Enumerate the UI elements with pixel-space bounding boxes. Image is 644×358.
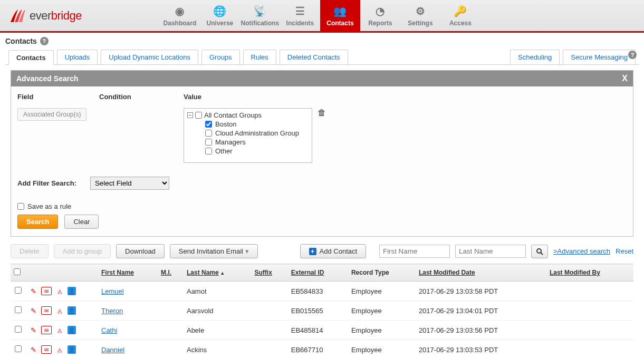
tab-groups[interactable]: Groups <box>201 50 240 64</box>
download-button[interactable]: Download <box>116 244 165 258</box>
help-icon[interactable]: ? <box>40 37 49 45</box>
col-last-modified-by[interactable]: Last Modified By <box>546 264 633 282</box>
table-row: ✎✉◬👤LemuelAamotEB584833Employee2017-06-2… <box>11 282 633 301</box>
row-checkbox[interactable] <box>15 326 22 333</box>
tab-upload-dynamic-locations[interactable]: Upload Dynamic Locations <box>101 50 198 64</box>
modified-date-cell: 2017-06-29 13:03:58 PDT <box>416 282 546 301</box>
broadcast-icon[interactable]: ◬ <box>55 287 64 295</box>
tab-rules[interactable]: Rules <box>243 50 276 64</box>
tab-contacts[interactable]: Contacts <box>8 50 54 65</box>
close-icon[interactable]: X <box>622 74 628 83</box>
tree-item-checkbox[interactable] <box>205 130 212 137</box>
add-contact-button[interactable]: + Add Contact <box>300 244 367 258</box>
profile-icon[interactable]: 👤 <box>68 326 76 334</box>
broadcast-icon[interactable]: ◬ <box>55 345 64 354</box>
row-checkbox[interactable] <box>15 345 22 352</box>
nav-dashboard[interactable]: ◉Dashboard <box>160 0 200 32</box>
tree-item-label: Managers <box>215 138 246 146</box>
tree-root[interactable]: − All Contact Groups <box>187 111 309 120</box>
field-pill-associated-groups[interactable]: Associated Group(s) <box>17 108 86 121</box>
notify-icon[interactable]: ✉ <box>41 345 52 354</box>
edit-icon[interactable]: ✎ <box>28 287 38 295</box>
record-type-cell: Employee <box>348 321 416 340</box>
search-icon-button[interactable] <box>531 245 548 258</box>
edit-icon[interactable]: ✎ <box>28 306 38 315</box>
tree-item-label: Cloud Administration Group <box>215 129 299 137</box>
notify-icon[interactable]: ✉ <box>41 306 52 315</box>
reset-link[interactable]: Reset <box>616 247 633 255</box>
sub-tabs: ContactsUploadsUpload Dynamic LocationsG… <box>5 50 639 65</box>
tree-root-label: All Contact Groups <box>204 111 262 119</box>
tab-deleted-contacts[interactable]: Deleted Contacts <box>280 50 348 64</box>
notify-icon[interactable]: ✉ <box>41 326 52 334</box>
logo[interactable]: everbridge <box>0 8 91 23</box>
add-to-group-button[interactable]: Add to group <box>54 244 111 258</box>
first-name-link[interactable]: Lemuel <box>101 287 124 295</box>
page-help-icon[interactable]: ? <box>628 51 637 59</box>
tree-root-checkbox[interactable] <box>195 112 202 119</box>
col-external-id[interactable]: External ID <box>288 264 348 282</box>
broadcast-icon[interactable]: ◬ <box>55 326 64 334</box>
contacts-icon: 👥 <box>333 5 347 17</box>
row-checkbox[interactable] <box>15 306 22 313</box>
last-name-cell: Aamot <box>184 282 252 301</box>
tree-item-label: Boston <box>215 120 236 128</box>
select-all-checkbox[interactable] <box>14 268 21 275</box>
tree-item[interactable]: Boston <box>187 120 309 129</box>
send-invitation-button[interactable]: Send Invitation Email <box>170 244 258 258</box>
clear-button[interactable]: Clear <box>64 215 99 229</box>
nav-notifications[interactable]: 📡Notifications <box>240 0 280 32</box>
magnifier-icon <box>536 248 543 255</box>
tree-collapse-icon[interactable]: − <box>187 112 193 118</box>
profile-icon[interactable]: 👤 <box>68 287 76 295</box>
save-as-rule-checkbox[interactable] <box>17 203 24 210</box>
advanced-search-link[interactable]: >Advanced search <box>553 247 610 255</box>
tree-item-checkbox[interactable] <box>205 139 212 146</box>
profile-icon[interactable]: 👤 <box>68 345 76 354</box>
profile-icon[interactable]: 👤 <box>68 306 76 315</box>
nav-settings[interactable]: ⚙Settings <box>400 0 440 32</box>
delete-button[interactable]: Delete <box>11 244 49 258</box>
edit-icon[interactable]: ✎ <box>28 326 38 334</box>
nav-universe[interactable]: 🌐Universe <box>200 0 240 32</box>
universe-icon: 🌐 <box>213 5 226 17</box>
svg-point-0 <box>537 249 541 253</box>
notify-icon[interactable]: ✉ <box>41 287 52 295</box>
tree-item-checkbox[interactable] <box>205 121 212 128</box>
record-type-cell: Employee <box>348 282 416 301</box>
search-button[interactable]: Search <box>17 215 58 229</box>
tab-uploads[interactable]: Uploads <box>57 50 98 64</box>
delete-filter-icon[interactable]: 🗑 <box>318 108 326 118</box>
first-name-link[interactable]: Danniel <box>101 346 124 354</box>
dashboard-icon: ◉ <box>175 5 184 17</box>
row-checkbox[interactable] <box>15 287 22 294</box>
tree-item[interactable]: Managers <box>187 138 309 147</box>
tab-scheduling[interactable]: Scheduling <box>510 50 560 64</box>
add-filter-select[interactable]: Select Field <box>90 177 169 190</box>
edit-icon[interactable]: ✎ <box>28 345 38 354</box>
tree-item[interactable]: Cloud Administration Group <box>187 129 309 138</box>
col-last-modified-date[interactable]: Last Modified Date <box>416 264 546 282</box>
nav-reports[interactable]: ◔Reports <box>360 0 400 32</box>
nav-contacts[interactable]: 👥Contacts <box>320 0 360 32</box>
col-first-name[interactable]: First Name <box>98 264 158 282</box>
tree-item-checkbox[interactable] <box>205 148 212 154</box>
col-mi[interactable]: M.I. <box>158 264 184 282</box>
last-name-search-input[interactable] <box>455 245 526 258</box>
nav-incidents[interactable]: ☰Incidents <box>280 0 320 32</box>
col-last-name[interactable]: Last Name <box>184 264 252 282</box>
external-id-cell: EB485814 <box>288 321 348 340</box>
contacts-table: First Name M.I. Last Name Suffix Externa… <box>11 264 633 358</box>
tree-item[interactable]: Other <box>187 147 309 156</box>
nav-access[interactable]: 🔑Access <box>440 0 480 32</box>
broadcast-icon[interactable]: ◬ <box>55 306 64 315</box>
add-filter-label: Add Filter Search: <box>17 179 76 187</box>
first-name-search-input[interactable] <box>379 245 450 258</box>
first-name-link[interactable]: Theron <box>101 307 123 315</box>
reports-icon: ◔ <box>376 5 385 17</box>
col-suffix[interactable]: Suffix <box>251 264 287 282</box>
tab-secure-messaging[interactable]: Secure Messaging <box>563 50 636 64</box>
col-record-type: Record Type <box>348 264 416 282</box>
first-name-link[interactable]: Cathi <box>101 326 117 334</box>
group-tree[interactable]: − All Contact Groups BostonCloud Adminis… <box>184 108 312 163</box>
